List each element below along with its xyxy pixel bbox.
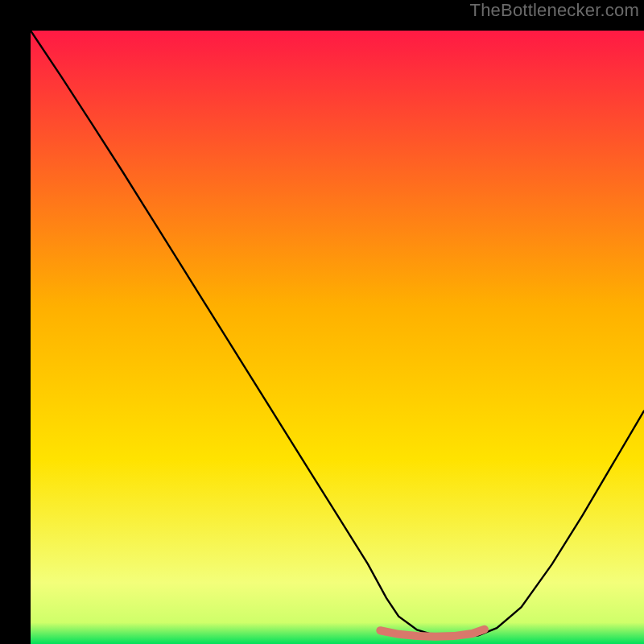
bottleneck-chart: [31, 31, 644, 644]
gradient-background: [31, 31, 644, 644]
chart-frame: [15, 15, 629, 629]
watermark-text: TheBottlenecker.com: [470, 0, 639, 21]
